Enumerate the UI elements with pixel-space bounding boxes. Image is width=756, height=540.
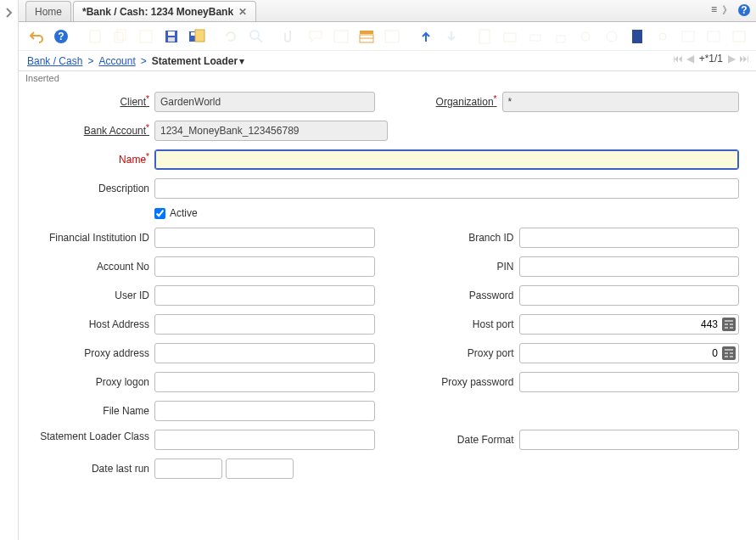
svg-point-28 [659,33,666,40]
label-proxy-address: Proxy address [36,347,154,359]
active-checkbox[interactable] [154,208,165,219]
organization-field[interactable] [502,92,740,112]
breadcrumb-link-account[interactable]: Account [98,55,135,67]
sidebar-expand-handle[interactable] [0,0,19,540]
help-icon[interactable]: ? [737,3,751,17]
form-statement-loader: Client* Organization* Bank Account* Name… [19,85,756,540]
label-bank-account: Bank Account* [36,125,154,137]
svg-rect-27 [632,30,642,43]
statement-loader-class-field[interactable] [154,430,375,450]
record-indicator: +*1/1 [699,53,723,65]
prev-record-button: ◀ [686,53,694,65]
save-button[interactable] [161,26,182,47]
svg-text:?: ? [58,31,64,42]
password-field[interactable] [519,285,740,306]
label-client: Client* [36,96,154,108]
undo-button[interactable] [25,26,46,47]
date-last-run-date-field[interactable] [154,458,222,479]
svg-line-15 [258,38,262,42]
account-no-field[interactable] [154,256,375,277]
svg-rect-22 [504,33,516,42]
proxy-port-field[interactable] [519,343,740,363]
svg-rect-21 [479,30,490,43]
save-new-button[interactable] [187,26,207,47]
branch-id-field[interactable] [519,228,740,248]
gear-button [652,26,673,47]
client-field[interactable] [154,92,375,112]
label-user-id: User ID [36,290,154,301]
active-workflow-button[interactable] [627,26,647,47]
tab-home[interactable]: Home [25,1,71,21]
svg-rect-31 [733,31,745,42]
chat-button [305,26,326,47]
print-button [525,26,546,47]
calculator-icon[interactable] [722,346,736,360]
label-fin-inst-id: Financial Institution ID [36,232,154,244]
svg-rect-24 [557,36,565,42]
date-last-run-time-field[interactable] [226,458,294,479]
calculator-icon[interactable] [722,318,736,331]
refresh-button [221,26,241,47]
svg-rect-9 [168,31,175,36]
host-address-field[interactable] [154,314,375,335]
proxy-logon-field[interactable] [154,372,375,392]
window-controls: ≡ 》 ? [711,3,751,18]
proxy-address-field[interactable] [154,343,375,363]
close-icon[interactable]: ✕ [238,6,247,18]
tab-bar: Home *Bank / Cash: 1234 MoneyBank ✕ ≡ 》 … [19,0,756,22]
breadcrumb: Bank / Cash > Account > Statement Loader… [19,51,756,71]
label-organization: Organization* [400,96,502,108]
file-import-button [729,26,749,47]
toggle-grid-button[interactable] [356,26,377,47]
export-button [678,26,698,47]
svg-point-25 [581,32,590,41]
user-id-field[interactable] [154,285,375,306]
import-csv-button [703,26,724,47]
svg-rect-7 [140,31,152,42]
svg-rect-5 [115,32,123,42]
svg-point-14 [250,31,259,39]
breadcrumb-sep: > [87,55,93,67]
proxy-password-field[interactable] [519,372,740,392]
label-date-format: Date Format [400,434,519,446]
label-statement-loader-class: Statement Loader Class [36,430,154,444]
parent-record-button[interactable] [416,26,436,47]
label-host-port: Host port [400,318,519,330]
pin-field[interactable] [519,256,740,277]
svg-rect-20 [385,31,399,42]
svg-text:?: ? [741,4,747,16]
first-record-button: ⏮ [673,53,683,65]
status-message: Inserted [19,71,756,85]
date-format-field[interactable] [519,430,740,450]
label-account-no: Account No [36,261,154,273]
label-file-name: File Name [36,405,154,417]
lock-button [551,26,571,47]
label-proxy-port: Proxy port [400,347,519,359]
name-field[interactable] [154,149,739,170]
archive-button [500,26,520,47]
financial-institution-id-field[interactable] [154,228,375,248]
host-port-field[interactable] [519,314,740,335]
breadcrumb-current[interactable]: Statement Loader [152,55,238,67]
collapse-icon[interactable]: 》 [722,3,732,18]
breadcrumb-link-bank-cash[interactable]: Bank / Cash [27,55,82,67]
bank-account-field[interactable] [154,121,388,141]
process-button [602,26,622,47]
tab-bank-cash[interactable]: *Bank / Cash: 1234 MoneyBank ✕ [73,1,256,21]
last-record-button: ⏭ [739,53,749,65]
svg-rect-30 [708,31,720,42]
menu-icon[interactable]: ≡ [711,3,717,18]
find-button [246,26,266,47]
label-name: Name* [36,154,154,166]
label-pin: PIN [400,261,519,273]
grid-button [331,26,351,47]
help-button[interactable]: ? [51,26,71,47]
label-branch-id: Branch ID [400,232,519,244]
file-name-field[interactable] [154,401,375,421]
label-password: Password [400,290,519,301]
svg-point-26 [607,31,617,42]
description-field[interactable] [154,178,739,199]
label-active: Active [170,207,198,219]
chevron-down-icon[interactable]: ▾ [239,55,244,67]
tab-label: *Bank / Cash: 1234 MoneyBank [82,6,233,18]
